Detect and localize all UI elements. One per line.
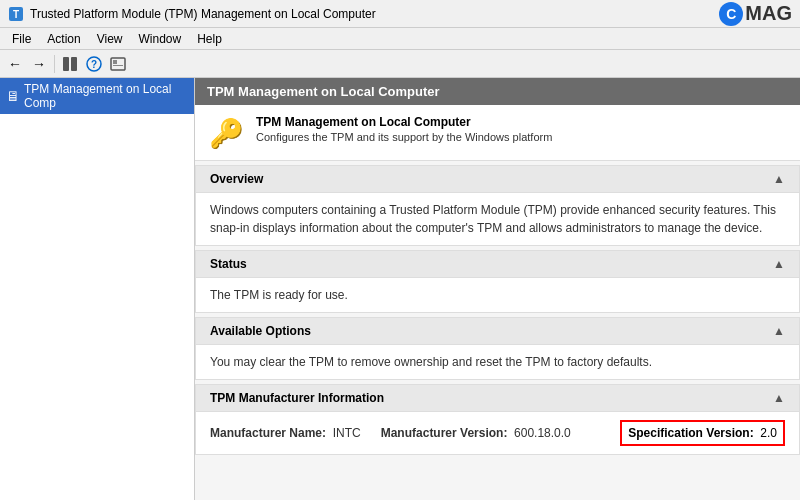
svg-text:T: T <box>13 9 19 20</box>
back-button[interactable]: ← <box>4 53 26 75</box>
logo-text: MAG <box>745 2 792 25</box>
manufacturer-name-value: INTC <box>333 426 361 440</box>
title-bar: T Trusted Platform Module (TPM) Manageme… <box>0 0 800 28</box>
options-toggle-icon: ▲ <box>773 324 785 338</box>
section-overview: Overview ▲ Windows computers containing … <box>195 165 800 246</box>
section-overview-title: Overview <box>210 172 263 186</box>
section-available-options: Available Options ▲ You may clear the TP… <box>195 317 800 380</box>
options-text: You may clear the TPM to remove ownershi… <box>210 355 652 369</box>
show-hide-button[interactable] <box>59 53 81 75</box>
svg-rect-7 <box>113 60 117 64</box>
sidebar: 🖥 TPM Management on Local Comp <box>0 78 195 500</box>
section-manufacturer-header[interactable]: TPM Manufacturer Information ▲ <box>196 385 799 412</box>
section-overview-header[interactable]: Overview ▲ <box>196 166 799 193</box>
app-logo: C MAG <box>719 2 792 26</box>
section-status: Status ▲ The TPM is ready for use. <box>195 250 800 313</box>
menu-bar: File Action View Window Help <box>0 28 800 50</box>
menu-window[interactable]: Window <box>131 30 190 48</box>
status-toggle-icon: ▲ <box>773 257 785 271</box>
tpm-info-icon: 🔑 <box>209 117 244 150</box>
help-button[interactable]: ? <box>83 53 105 75</box>
content-area: TPM Management on Local Computer 🔑 TPM M… <box>195 78 800 500</box>
svg-rect-8 <box>113 65 123 66</box>
svg-rect-3 <box>71 57 77 71</box>
manufacturer-version-key: Manufacturer Version: <box>381 426 508 440</box>
console-button[interactable] <box>107 53 129 75</box>
section-options-header[interactable]: Available Options ▲ <box>196 318 799 345</box>
manufacturer-name-label: Manufacturer Name: INTC <box>210 424 361 442</box>
content-header: TPM Management on Local Computer <box>195 78 800 105</box>
info-text: TPM Management on Local Computer Configu… <box>256 115 552 143</box>
main-layout: 🖥 TPM Management on Local Comp TPM Manag… <box>0 78 800 500</box>
section-overview-body: Windows computers containing a Trusted P… <box>196 193 799 245</box>
manufacturer-toggle-icon: ▲ <box>773 391 785 405</box>
section-manufacturer-title: TPM Manufacturer Information <box>210 391 384 405</box>
manufacturer-version-value: 600.18.0.0 <box>514 426 571 440</box>
manufacturer-row: Manufacturer Name: INTC Manufacturer Ver… <box>210 420 785 446</box>
spec-version-box: Specification Version: 2.0 <box>620 420 785 446</box>
sidebar-item-tpm[interactable]: 🖥 TPM Management on Local Comp <box>0 78 194 114</box>
forward-button[interactable]: → <box>28 53 50 75</box>
manufacturer-version-label: Manufacturer Version: 600.18.0.0 <box>381 424 571 442</box>
content-header-title: TPM Management on Local Computer <box>207 84 440 99</box>
overview-toggle-icon: ▲ <box>773 172 785 186</box>
overview-text: Windows computers containing a Trusted P… <box>210 203 776 235</box>
menu-file[interactable]: File <box>4 30 39 48</box>
toolbar-separator <box>54 55 55 73</box>
section-options-body: You may clear the TPM to remove ownershi… <box>196 345 799 379</box>
spec-version-value: 2.0 <box>760 426 777 440</box>
info-box: 🔑 TPM Management on Local Computer Confi… <box>195 105 800 161</box>
section-options-title: Available Options <box>210 324 311 338</box>
spec-version-key: Specification Version: <box>628 426 753 440</box>
section-status-body: The TPM is ready for use. <box>196 278 799 312</box>
section-manufacturer-body: Manufacturer Name: INTC Manufacturer Ver… <box>196 412 799 454</box>
section-manufacturer: TPM Manufacturer Information ▲ Manufactu… <box>195 384 800 455</box>
info-title: TPM Management on Local Computer <box>256 115 552 129</box>
menu-help[interactable]: Help <box>189 30 230 48</box>
title-bar-text: Trusted Platform Module (TPM) Management… <box>30 7 376 21</box>
status-text: The TPM is ready for use. <box>210 288 348 302</box>
svg-rect-2 <box>63 57 69 71</box>
info-description: Configures the TPM and its support by th… <box>256 131 552 143</box>
section-status-title: Status <box>210 257 247 271</box>
sidebar-item-label: TPM Management on Local Comp <box>24 82 188 110</box>
title-bar-icon: T <box>8 6 24 22</box>
svg-text:?: ? <box>91 59 97 70</box>
section-status-header[interactable]: Status ▲ <box>196 251 799 278</box>
manufacturer-name-key: Manufacturer Name: <box>210 426 326 440</box>
toolbar: ← → ? <box>0 50 800 78</box>
menu-action[interactable]: Action <box>39 30 88 48</box>
menu-view[interactable]: View <box>89 30 131 48</box>
logo-icon: C <box>719 2 743 26</box>
tpm-icon: 🖥 <box>6 88 20 104</box>
